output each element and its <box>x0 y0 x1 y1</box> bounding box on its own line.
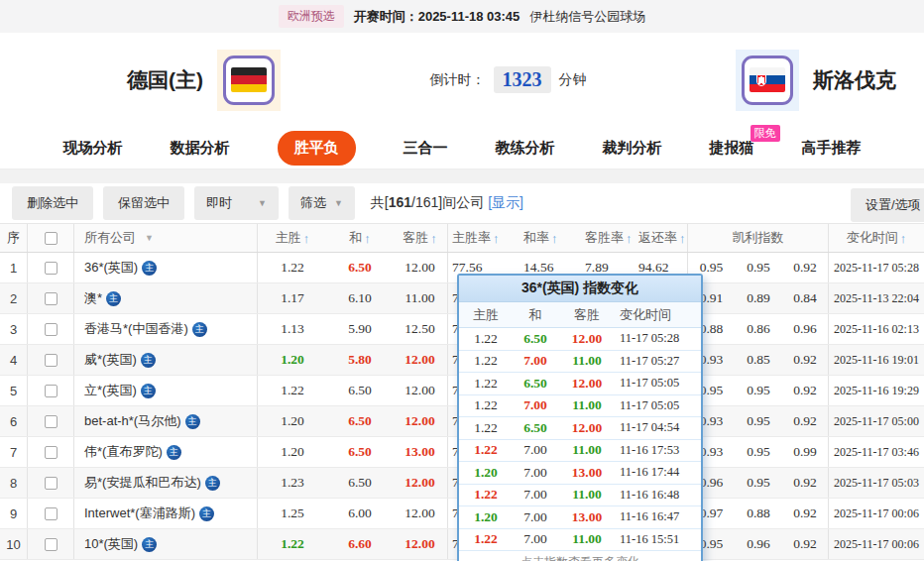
draw-odds-cell[interactable]: 5.90 <box>327 314 393 344</box>
away-odds-cell[interactable]: 12.00 <box>393 376 448 405</box>
company-cell: 36*(英国)主 <box>74 253 258 282</box>
home-odds-cell[interactable]: 1.22 <box>258 376 327 405</box>
delete-selected-button[interactable]: 删除选中 <box>12 186 93 220</box>
tab-referee-analysis[interactable]: 裁判分析 <box>603 139 662 158</box>
company-name[interactable]: 36*(英国) <box>84 259 138 277</box>
chevron-down-icon: ▼ <box>334 198 343 208</box>
main-company-icon: 主 <box>167 445 181 460</box>
away-odds-cell[interactable]: 12.00 <box>393 529 448 559</box>
home-odds-cell[interactable]: 1.23 <box>258 468 327 498</box>
company-name[interactable]: 澳* <box>84 289 102 307</box>
draw-odds-cell[interactable]: 6.60 <box>327 529 393 559</box>
draw-odds-cell[interactable]: 6.50 <box>327 468 393 498</box>
draw-odds-cell[interactable]: 6.50 <box>327 376 393 405</box>
header-index: 序 <box>0 224 28 252</box>
row-checkbox[interactable] <box>45 415 58 428</box>
header-draw-odds[interactable]: 和↑ <box>327 224 393 252</box>
kelly-cell: 0.92 <box>782 345 829 375</box>
match-header: 德国(主) 倒计时： 1323 分钟 斯洛伐克 <box>0 33 924 127</box>
sort-asc-icon: ↑ <box>430 231 437 246</box>
row-index: 10 <box>0 529 28 559</box>
away-odds-cell[interactable]: 11.00 <box>393 283 448 313</box>
tab-coach-analysis[interactable]: 教练分析 <box>496 139 555 158</box>
select-all-checkbox[interactable] <box>45 232 58 245</box>
away-odds-cell[interactable]: 12.00 <box>393 345 448 375</box>
draw-odds-cell[interactable]: 6.50 <box>327 406 393 436</box>
row-checkbox[interactable] <box>45 446 58 459</box>
row-checkbox[interactable] <box>45 385 58 397</box>
tab-data-analysis[interactable]: 数据分析 <box>171 139 230 158</box>
popup-row: 1.227.0011.0011-16 16:48 <box>459 485 701 507</box>
row-checkbox[interactable] <box>45 507 58 520</box>
away-odds-cell[interactable]: 12.00 <box>393 406 448 436</box>
row-index: 9 <box>0 499 28 528</box>
header-away-rate[interactable]: 客胜率↑ <box>573 224 635 252</box>
header-home-rate[interactable]: 主胜率↑ <box>448 224 516 252</box>
draw-odds-cell[interactable]: 6.50 <box>327 437 393 467</box>
company-name[interactable]: 10*(英国) <box>84 535 138 553</box>
home-odds-cell[interactable]: 1.22 <box>258 253 327 282</box>
chevron-down-icon: ▼ <box>258 198 267 208</box>
draw-odds-cell[interactable]: 6.50 <box>327 253 393 282</box>
kelly-cell: 0.95 <box>735 376 782 405</box>
row-index: 5 <box>0 376 28 405</box>
company-name[interactable]: bet-at-h*(马尔他) <box>84 412 181 430</box>
home-odds-cell[interactable]: 1.13 <box>258 314 327 344</box>
home-odds-cell[interactable]: 1.25 <box>258 499 327 528</box>
home-odds-cell[interactable]: 1.20 <box>258 406 327 436</box>
company-name[interactable]: 香港马*(中国香港) <box>84 320 188 338</box>
row-index: 1 <box>0 253 28 282</box>
row-checkbox[interactable] <box>45 262 58 275</box>
home-odds-cell[interactable]: 1.20 <box>258 437 327 467</box>
home-odds-cell[interactable]: 1.20 <box>258 345 327 375</box>
home-team-name: 德国(主) <box>127 66 203 94</box>
tab-expert-picks[interactable]: 高手推荐 <box>802 139 862 158</box>
header-return-rate[interactable]: 返还率↑ <box>635 224 688 252</box>
company-cell: 伟*(直布罗陀)主 <box>74 437 258 467</box>
home-odds-cell[interactable]: 1.22 <box>258 529 327 559</box>
keep-selected-button[interactable]: 保留选中 <box>103 186 184 220</box>
row-checkbox[interactable] <box>45 477 58 490</box>
header-company[interactable]: 所有公司▼ <box>74 224 258 252</box>
home-odds-cell[interactable]: 1.17 <box>258 283 327 313</box>
show-link[interactable]: [显示] <box>488 194 523 210</box>
row-checkbox[interactable] <box>45 354 58 367</box>
away-odds-cell[interactable]: 12.50 <box>393 314 448 344</box>
tab-live-analysis[interactable]: 现场分析 <box>63 139 123 158</box>
company-name[interactable]: Interwet*(塞浦路斯) <box>84 505 195 522</box>
company-name[interactable]: 伟*(直布罗陀) <box>84 443 163 461</box>
filter-dropdown[interactable]: 筛选 ▼ <box>289 186 355 220</box>
draw-odds-cell[interactable]: 5.80 <box>327 345 393 375</box>
row-index: 7 <box>0 437 28 467</box>
popup-header-draw: 和 <box>513 302 558 327</box>
away-odds-cell[interactable]: 13.00 <box>393 437 448 467</box>
row-checkbox[interactable] <box>45 538 58 551</box>
away-odds-cell[interactable]: 12.00 <box>393 499 448 528</box>
company-name[interactable]: 易*(安提瓜和巴布达) <box>84 474 201 492</box>
away-odds-cell[interactable]: 12.00 <box>393 468 448 498</box>
row-index: 3 <box>0 314 28 344</box>
away-team-name: 斯洛伐克 <box>813 66 896 94</box>
header-change-time[interactable]: 变化时间↑ <box>829 224 924 252</box>
popup-header-row: 主胜和客胜变化时间 <box>459 302 701 328</box>
settings-button[interactable]: 设置/选项 <box>851 188 924 222</box>
header-away-odds[interactable]: 客胜↑ <box>393 224 448 252</box>
away-odds-cell[interactable]: 12.00 <box>393 253 448 282</box>
change-time-cell: 2025-11-13 22:04 <box>829 283 924 313</box>
draw-odds-cell[interactable]: 6.00 <box>327 499 393 528</box>
popup-row: 1.226.5012.0011-17 04:54 <box>459 417 701 440</box>
company-name[interactable]: 威*(英国) <box>84 351 137 369</box>
row-checkbox[interactable] <box>45 292 58 305</box>
popup-row: 1.226.5012.0011-17 05:05 <box>459 373 701 395</box>
header-home-odds[interactable]: 主胜↑ <box>258 224 327 252</box>
kelly-cell: 0.92 <box>782 468 829 498</box>
draw-odds-cell[interactable]: 6.10 <box>327 283 393 313</box>
tab-win-draw-lose[interactable]: 胜平负 <box>278 131 356 166</box>
row-checkbox[interactable] <box>45 323 58 336</box>
mode-dropdown[interactable]: 即时 ▼ <box>194 186 279 220</box>
company-name[interactable]: 立*(英国) <box>84 382 137 399</box>
tab-three-in-one[interactable]: 三合一 <box>404 139 448 158</box>
tab-jiebao-cat[interactable]: 捷报猫限免 <box>710 139 754 158</box>
league-badge[interactable]: 欧洲预选 <box>279 5 344 28</box>
header-draw-rate[interactable]: 和率↑ <box>516 224 573 252</box>
